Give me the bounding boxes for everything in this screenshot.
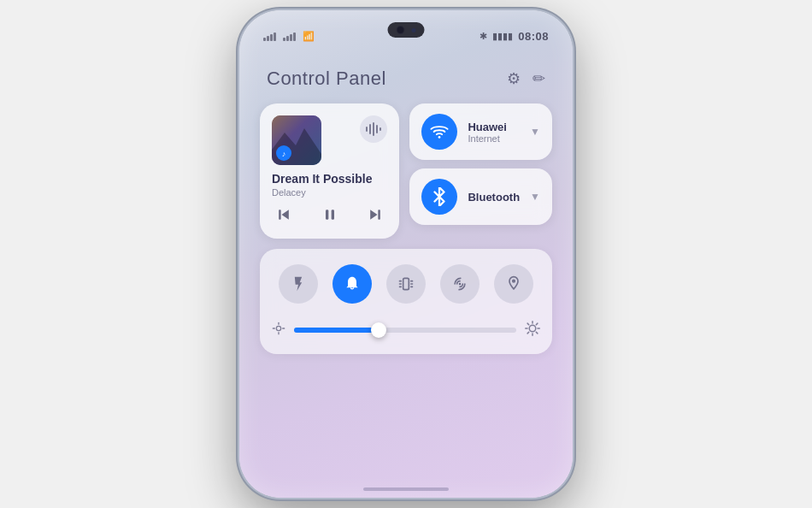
- wifi-info: Huawei Internet: [468, 121, 520, 144]
- screen-content: Control Panel ⚙ ✏: [239, 57, 573, 498]
- svg-point-30: [529, 325, 536, 332]
- control-panel-title: Control Panel: [267, 68, 386, 90]
- svg-point-15: [438, 136, 441, 139]
- phone-body: 📶 ✱ ▮▮▮▮ 08:08 Control Panel ⚙ ✏: [239, 10, 573, 498]
- camera-notch: [388, 22, 425, 38]
- wifi-arrow: ▼: [530, 126, 540, 138]
- music-info: Dream It Possible Delacey: [272, 172, 387, 198]
- brightness-low-icon: [272, 322, 285, 338]
- bluetooth-symbol: [432, 187, 447, 206]
- home-indicator: [363, 487, 449, 491]
- wifi-icon: [421, 114, 457, 150]
- svg-rect-10: [279, 210, 281, 220]
- brightness-fill: [294, 328, 379, 333]
- signal-bars-1: [263, 31, 276, 41]
- album-art: ♪: [272, 115, 321, 165]
- svg-text:♪: ♪: [282, 150, 286, 158]
- vibrate-icon: [397, 275, 415, 292]
- location-toggle[interactable]: [494, 264, 533, 304]
- signal-bars-2: [283, 31, 296, 41]
- status-left: 📶: [263, 31, 315, 42]
- svg-line-37: [536, 323, 538, 325]
- wifi-sub: Internet: [468, 133, 520, 144]
- brightness-thumb: [371, 322, 386, 338]
- wifi-symbol: [430, 122, 449, 141]
- album-art-svg: ♪: [272, 115, 321, 165]
- next-button[interactable]: [367, 206, 384, 227]
- network-column: Huawei Internet ▼ Bluetooth: [409, 103, 552, 239]
- bluetooth-info: Bluetooth: [468, 191, 520, 204]
- music-card[interactable]: ♪: [260, 103, 399, 239]
- wifi-status-icon: 📶: [303, 31, 315, 42]
- svg-marker-13: [371, 210, 378, 220]
- quick-toggles: [260, 249, 552, 354]
- svg-rect-4: [366, 127, 368, 132]
- waveform-button[interactable]: [360, 115, 387, 143]
- music-top: ♪: [272, 115, 387, 165]
- status-right: ✱ ▮▮▮▮ 08:08: [480, 30, 549, 43]
- toggles-row: [272, 264, 540, 304]
- svg-line-38: [527, 332, 529, 334]
- control-header: Control Panel ⚙ ✏: [260, 57, 552, 103]
- settings-icon[interactable]: ⚙: [507, 69, 521, 88]
- bluetooth-name: Bluetooth: [468, 191, 520, 204]
- sun-low-icon: [272, 322, 285, 335]
- svg-rect-11: [326, 210, 328, 220]
- svg-rect-6: [373, 122, 374, 136]
- bell-toggle[interactable]: [332, 264, 372, 304]
- song-artist: Delacey: [272, 187, 387, 198]
- bell-icon: [344, 275, 361, 292]
- flashlight-toggle[interactable]: [279, 264, 318, 304]
- header-icons: ⚙ ✏: [507, 69, 545, 88]
- svg-point-24: [511, 280, 515, 283]
- bluetooth-status-icon: ✱: [480, 31, 487, 42]
- svg-rect-14: [379, 210, 381, 220]
- svg-point-23: [459, 283, 462, 286]
- wifi-name: Huawei: [468, 121, 520, 133]
- flashlight-icon: [290, 275, 307, 292]
- svg-marker-9: [282, 210, 289, 220]
- sun-high-icon: [525, 321, 540, 336]
- bluetooth-card[interactable]: Bluetooth ▼: [409, 168, 552, 225]
- pause-button[interactable]: [321, 206, 338, 227]
- nfc-icon: [451, 275, 468, 292]
- brightness-high-icon: [525, 321, 540, 339]
- main-grid: ♪: [260, 103, 552, 239]
- phone-wrapper: 📶 ✱ ▮▮▮▮ 08:08 Control Panel ⚙ ✏: [227, 6, 585, 502]
- svg-point-25: [276, 326, 280, 330]
- svg-rect-16: [403, 278, 409, 289]
- music-controls: [272, 206, 387, 227]
- vibrate-toggle[interactable]: [386, 264, 426, 304]
- bluetooth-arrow: ▼: [530, 191, 540, 203]
- bluetooth-icon: [421, 179, 457, 215]
- prev-button[interactable]: [275, 206, 292, 227]
- status-time: 08:08: [518, 30, 549, 43]
- nfc-toggle[interactable]: [440, 264, 480, 304]
- svg-rect-7: [376, 125, 378, 133]
- location-icon: [505, 275, 522, 292]
- brightness-row: [272, 321, 540, 339]
- svg-rect-8: [380, 127, 381, 131]
- svg-line-36: [536, 332, 538, 334]
- wifi-card[interactable]: Huawei Internet ▼: [409, 103, 552, 160]
- svg-rect-5: [369, 124, 371, 134]
- svg-line-35: [527, 323, 529, 325]
- brightness-slider[interactable]: [294, 328, 516, 333]
- waveform-icon: [364, 120, 383, 139]
- battery-icon: ▮▮▮▮: [492, 31, 513, 42]
- song-title: Dream It Possible: [272, 172, 387, 186]
- edit-icon[interactable]: ✏: [533, 69, 545, 88]
- camera-dot: [397, 26, 405, 34]
- camera-sensor: [412, 28, 416, 32]
- svg-rect-12: [331, 210, 333, 220]
